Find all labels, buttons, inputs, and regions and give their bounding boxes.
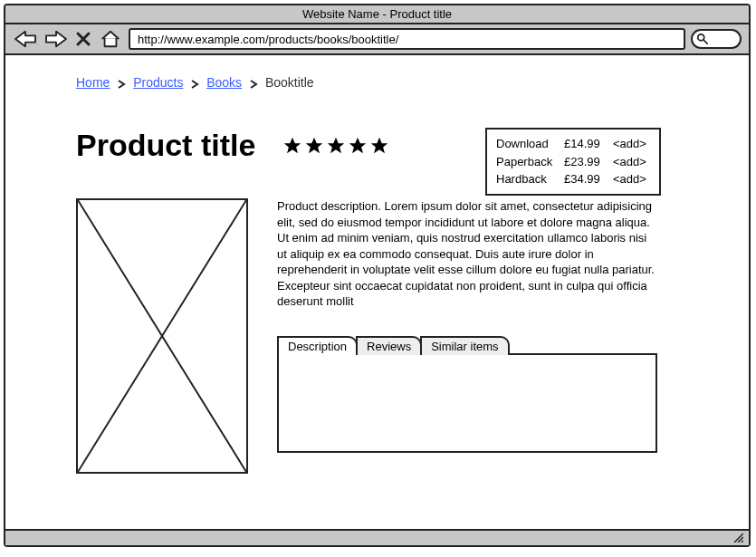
chevron-right-icon [249, 77, 258, 91]
status-bar [5, 529, 749, 545]
star-icon [282, 136, 302, 156]
price-name: Download [496, 135, 564, 153]
page-title: Product title [76, 128, 255, 163]
browser-toolbar [5, 24, 749, 55]
star-icon [326, 136, 346, 156]
price-row: Paperback £23.99 <add> [496, 153, 650, 171]
price-name: Paperback [496, 153, 564, 171]
price-value: £34.99 [564, 170, 613, 188]
tab-reviews[interactable]: Reviews [356, 336, 422, 355]
product-image-placeholder [76, 198, 248, 474]
breadcrumb-products[interactable]: Products [133, 75, 183, 90]
stop-icon[interactable] [74, 29, 92, 49]
breadcrumb-current: Booktitle [265, 75, 314, 90]
window-title: Website Name - Product title [5, 5, 749, 24]
price-name: Hardback [496, 170, 564, 188]
chevron-right-icon [117, 77, 126, 91]
price-value: £23.99 [564, 153, 613, 171]
home-icon[interactable] [98, 29, 123, 49]
breadcrumb-home[interactable]: Home [76, 75, 110, 90]
breadcrumb-books[interactable]: Books [206, 75, 242, 90]
tab-panel [277, 353, 657, 453]
breadcrumb: Home Products Books Booktitle [76, 75, 314, 91]
url-input[interactable] [129, 28, 685, 50]
chevron-right-icon [190, 77, 199, 91]
rating-stars [282, 136, 389, 156]
forward-arrow-icon[interactable] [43, 29, 69, 49]
search-input[interactable] [691, 29, 742, 49]
add-button[interactable]: <add> [613, 135, 646, 153]
add-button[interactable]: <add> [613, 170, 646, 188]
tab-description[interactable]: Description [277, 336, 358, 355]
product-description: Product description. Lorem ipsum dolor s… [277, 198, 657, 310]
add-button[interactable]: <add> [613, 153, 646, 171]
tabs: Description Reviews Similar items [277, 336, 657, 453]
price-row: Hardback £34.99 <add> [496, 170, 650, 188]
star-icon [304, 136, 324, 156]
price-table: Download £14.99 <add> Paperback £23.99 <… [485, 128, 661, 196]
page-content: Home Products Books Booktitle Product ti… [5, 55, 749, 525]
star-icon [369, 136, 389, 156]
price-row: Download £14.99 <add> [496, 135, 650, 153]
star-icon [348, 136, 368, 156]
tab-similar-items[interactable]: Similar items [420, 336, 509, 355]
price-value: £14.99 [564, 135, 613, 153]
back-arrow-icon[interactable] [13, 29, 38, 49]
search-icon [696, 33, 709, 45]
resize-grip-icon[interactable] [732, 530, 743, 546]
browser-window: Website Name - Product title Home Produc… [4, 4, 751, 547]
